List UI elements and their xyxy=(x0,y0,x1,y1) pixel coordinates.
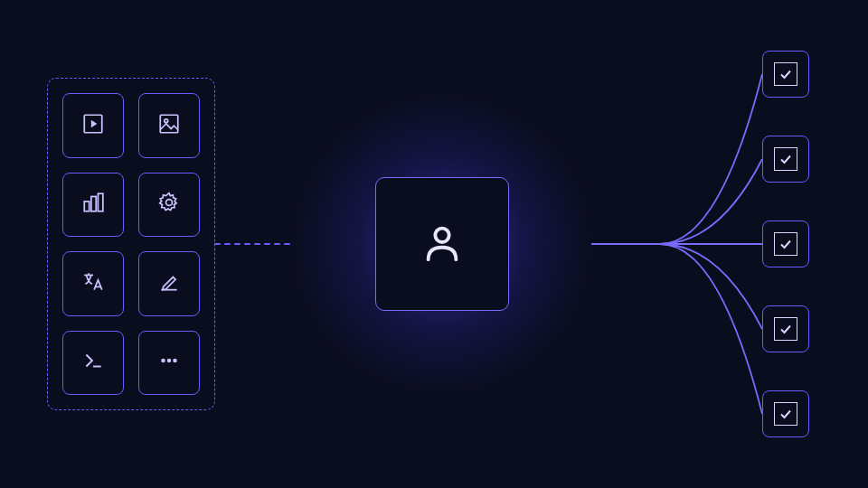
tool-image xyxy=(138,93,200,158)
gear-icon xyxy=(157,191,181,218)
output-check-1 xyxy=(762,51,809,98)
tool-translate xyxy=(62,251,124,316)
translate-icon xyxy=(81,270,105,297)
svg-point-11 xyxy=(174,360,176,362)
checkbox-icon xyxy=(774,232,797,256)
svg-rect-3 xyxy=(160,115,178,133)
svg-point-9 xyxy=(162,360,165,362)
output-check-5 xyxy=(762,390,809,437)
checkbox-icon xyxy=(774,62,797,86)
person-icon xyxy=(421,221,463,267)
edit-icon xyxy=(157,270,181,297)
output-check-2 xyxy=(762,136,809,183)
svg-point-10 xyxy=(167,360,170,362)
output-check-3 xyxy=(762,221,809,267)
more-icon xyxy=(157,349,181,376)
svg-point-8 xyxy=(166,200,173,206)
image-icon xyxy=(157,112,181,139)
tool-chart xyxy=(62,173,124,238)
tool-terminal xyxy=(62,331,124,396)
output-check-4 xyxy=(762,305,809,352)
svg-point-12 xyxy=(435,229,448,242)
checkbox-icon xyxy=(774,317,797,341)
svg-rect-7 xyxy=(98,194,102,212)
svg-rect-5 xyxy=(84,202,89,211)
svg-point-4 xyxy=(165,119,168,123)
play-icon xyxy=(81,112,105,139)
tool-edit xyxy=(138,251,200,316)
center-box xyxy=(375,177,509,311)
tool-gear xyxy=(138,173,200,238)
tool-play xyxy=(62,93,124,158)
chart-icon xyxy=(81,191,105,218)
checkbox-icon xyxy=(774,402,797,426)
checkbox-icon xyxy=(774,147,797,171)
svg-rect-6 xyxy=(91,197,96,211)
center-panel xyxy=(293,95,591,393)
tools-panel xyxy=(47,78,215,410)
terminal-icon xyxy=(81,349,105,376)
tool-more xyxy=(138,331,200,396)
